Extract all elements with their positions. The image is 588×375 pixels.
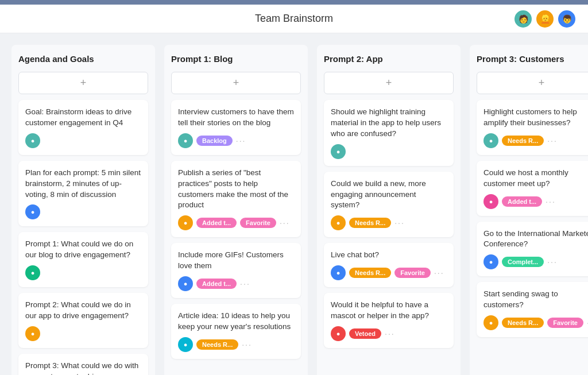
card: Prompt 2: What could we do in our app to… xyxy=(18,293,148,348)
column-header-blog: Prompt 1: Blog xyxy=(171,54,301,64)
card-avatar[interactable]: ● xyxy=(178,215,193,230)
card-footer: ●Needs R...··· xyxy=(483,133,588,148)
card-footer: ● xyxy=(25,326,141,341)
header-avatars: 🧑 👱 👦 xyxy=(513,9,577,29)
card: Publish a series of "best practices" pos… xyxy=(171,161,301,238)
column-blog: Prompt 1: Blog+Interview customers to ha… xyxy=(164,45,308,375)
card: Highlight customers to help amplify thei… xyxy=(477,100,588,155)
card-footer: ●Needs R...Favorite··· xyxy=(483,315,588,330)
card-text: Start sending swag to customers? xyxy=(483,289,588,311)
status-badge[interactable]: Needs R... xyxy=(502,136,544,146)
card-avatar[interactable]: ● xyxy=(178,276,193,291)
card: Go to the International Marketers Confer… xyxy=(477,222,588,277)
card-text: Plan for each prompt: 5 min silent brain… xyxy=(25,168,141,200)
card-footer: ●Needs R...Favorite··· xyxy=(331,265,447,280)
card-avatar[interactable]: ● xyxy=(483,254,498,269)
card-footer: ● xyxy=(331,144,447,159)
card: Would it be helpful to have a mascot or … xyxy=(324,293,454,348)
card-footer: ●Added t...··· xyxy=(483,194,588,209)
avatar-user1[interactable]: 🧑 xyxy=(513,9,533,29)
card-menu-icon[interactable]: ··· xyxy=(240,279,250,288)
card-menu-icon[interactable]: ··· xyxy=(280,218,290,227)
card-footer: ●Complet...··· xyxy=(483,254,588,269)
card-avatar[interactable]: ● xyxy=(25,326,40,341)
card-avatar[interactable]: ● xyxy=(483,194,498,209)
card: Live chat bot?●Needs R...Favorite··· xyxy=(324,243,454,287)
card-text: Interview customers to have them tell th… xyxy=(178,107,294,129)
card: Prompt 3: What could we do with our cust… xyxy=(18,354,148,375)
card: Goal: Brainstorm ideas to drive customer… xyxy=(18,100,148,155)
card-avatar[interactable]: ● xyxy=(25,133,40,148)
page-title: Team Brainstorm xyxy=(255,13,333,25)
top-bar xyxy=(0,0,588,5)
card-menu-icon[interactable]: ··· xyxy=(547,257,558,266)
card-menu-icon[interactable]: ··· xyxy=(236,136,246,145)
card: Could we build a new, more engaging anno… xyxy=(324,172,454,238)
card-avatar[interactable]: ● xyxy=(483,315,498,330)
status-badge[interactable]: Needs R... xyxy=(196,339,238,350)
column-agenda: Agenda and Goals+Goal: Brainstorm ideas … xyxy=(11,45,155,375)
status-badge[interactable]: Added t... xyxy=(196,279,237,289)
card-avatar[interactable]: ● xyxy=(331,144,346,159)
card-footer: ● xyxy=(25,133,141,148)
card-menu-icon[interactable]: ··· xyxy=(546,197,556,206)
avatar-user2[interactable]: 👱 xyxy=(535,9,555,29)
status-badge[interactable]: Favorite xyxy=(547,318,583,328)
card-text: Highlight customers to help amplify thei… xyxy=(483,107,588,129)
add-card-button-agenda[interactable]: + xyxy=(18,72,148,94)
status-badge[interactable]: Favorite xyxy=(394,268,431,278)
card: Plan for each prompt: 5 min silent brain… xyxy=(18,161,148,227)
card-menu-icon[interactable]: ··· xyxy=(547,136,558,145)
card-avatar[interactable]: ● xyxy=(25,265,40,280)
card: Start sending swag to customers?●Needs R… xyxy=(477,282,588,337)
card-menu-icon[interactable]: ··· xyxy=(394,218,405,227)
card-text: Go to the International Marketers Confer… xyxy=(483,229,588,250)
card-footer: ● xyxy=(25,204,141,219)
card-footer: ●Needs R...··· xyxy=(178,337,294,352)
card-text: Article idea: 10 ideas to help you keep … xyxy=(178,311,294,333)
card-text: Would it be helpful to have a mascot or … xyxy=(331,300,447,322)
card-avatar[interactable]: ● xyxy=(331,215,346,230)
status-badge[interactable]: Added t... xyxy=(502,196,542,207)
card-menu-icon[interactable]: ··· xyxy=(434,268,444,277)
card-text: Live chat bot? xyxy=(331,250,447,261)
card-avatar[interactable]: ● xyxy=(178,133,193,148)
add-card-button-app[interactable]: + xyxy=(324,72,454,94)
card-avatar[interactable]: ● xyxy=(25,204,40,219)
column-header-app: Prompt 2: App xyxy=(324,54,454,64)
status-badge[interactable]: Complet... xyxy=(502,257,544,267)
card-avatar[interactable]: ● xyxy=(331,265,346,280)
status-badge[interactable]: Needs R... xyxy=(349,218,391,228)
card: Include more GIFs! Customers love them●A… xyxy=(171,243,301,298)
card: Prompt 1: What could we do on our blog t… xyxy=(18,232,148,287)
status-badge[interactable]: Needs R... xyxy=(349,268,391,278)
card-footer: ●Needs R...··· xyxy=(331,215,447,230)
status-badge[interactable]: Added t... xyxy=(196,218,237,228)
card-footer: ●Added t...Favorite··· xyxy=(178,215,294,230)
card-menu-icon[interactable]: ··· xyxy=(385,329,395,338)
card-footer: ●Vetoed··· xyxy=(331,326,447,341)
card-text: Should we highlight training material in… xyxy=(331,107,447,140)
card-avatar[interactable]: ● xyxy=(483,133,498,148)
status-badge[interactable]: Backlog xyxy=(196,136,233,146)
card-text: Publish a series of "best practices" pos… xyxy=(178,168,294,211)
column-app: Prompt 2: App+Should we highlight traini… xyxy=(317,45,461,375)
header: Team Brainstorm 🧑 👱 👦 xyxy=(0,5,588,33)
card-text: Prompt 3: What could we do with our cust… xyxy=(25,361,141,375)
status-badge[interactable]: Vetoed xyxy=(349,328,381,339)
card-menu-icon[interactable]: ··· xyxy=(242,340,252,349)
card-text: Prompt 2: What could we do in our app to… xyxy=(25,300,141,322)
card-avatar[interactable]: ● xyxy=(178,337,193,352)
card-text: Could we host a monthly customer meet up… xyxy=(483,168,588,190)
avatar-user3[interactable]: 👦 xyxy=(557,9,577,29)
board: Agenda and Goals+Goal: Brainstorm ideas … xyxy=(0,33,588,375)
card-text: Goal: Brainstorm ideas to drive customer… xyxy=(25,107,141,129)
card: Could we host a monthly customer meet up… xyxy=(477,161,588,216)
card-avatar[interactable]: ● xyxy=(331,326,346,341)
add-card-button-blog[interactable]: + xyxy=(171,72,301,94)
card-footer: ●Added t...··· xyxy=(178,276,294,291)
status-badge[interactable]: Needs R... xyxy=(502,318,544,328)
column-customers: Prompt 3: Customers+Highlight customers … xyxy=(470,45,588,375)
status-badge[interactable]: Favorite xyxy=(240,218,276,228)
add-card-button-customers[interactable]: + xyxy=(477,72,588,94)
